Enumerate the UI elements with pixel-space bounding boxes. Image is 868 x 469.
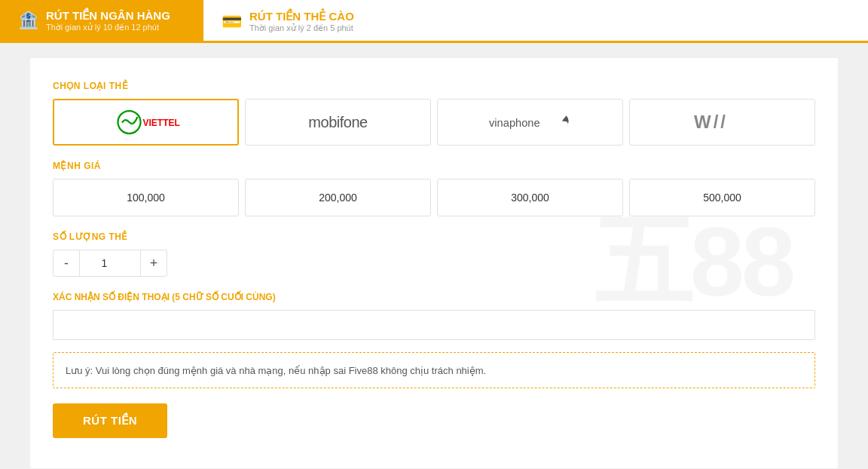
- tab-card-title: RÚT TIỀN THẺ CÀO: [249, 10, 354, 23]
- denom-100000[interactable]: 100,000: [53, 179, 239, 216]
- vinaphone-logo: vinaphone: [489, 110, 572, 134]
- card-type-vietnamobile[interactable]: W//: [629, 99, 815, 146]
- card-type-label: CHỌN LOẠI THẺ: [53, 81, 815, 91]
- svg-text:VIETTEL: VIETTEL: [142, 118, 179, 128]
- quantity-minus[interactable]: -: [53, 250, 80, 277]
- quantity-plus[interactable]: +: [140, 250, 167, 277]
- denomination-grid: 100,000 200,000 300,000 500,000: [53, 179, 815, 216]
- tab-bank[interactable]: 🏦 RÚT TIỀN NGÂN HÀNG Thời gian xử lý 10 …: [0, 0, 203, 41]
- tab-card-text: RÚT TIỀN THẺ CÀO Thời gian xử lý 2 đến 5…: [249, 10, 354, 33]
- card-icon: 💳: [222, 12, 242, 32]
- denom-200000[interactable]: 200,000: [245, 179, 431, 216]
- viettel-logo: VIETTEL: [112, 109, 180, 136]
- denom-300000[interactable]: 300,000: [437, 179, 623, 216]
- quantity-section: SỐ LƯỢNG THẺ - +: [53, 231, 815, 277]
- denom-500000[interactable]: 500,000: [629, 179, 815, 216]
- vietnamobile-logo: W//: [692, 110, 753, 134]
- card-type-vinaphone[interactable]: vinaphone: [437, 99, 623, 146]
- tab-card-subtitle: Thời gian xử lý 2 đến 5 phút: [249, 23, 354, 33]
- tab-bank-text: RÚT TIỀN NGÂN HÀNG Thời gian xử lý 10 đế…: [46, 9, 170, 32]
- svg-text:vinaphone: vinaphone: [489, 117, 540, 129]
- tab-bank-title: RÚT TIỀN NGÂN HÀNG: [46, 9, 170, 23]
- tab-bank-subtitle: Thời gian xử lý 10 đến 12 phút: [46, 23, 170, 32]
- svg-text:W//: W//: [694, 112, 728, 132]
- tab-card[interactable]: 💳 RÚT TIỀN THẺ CÀO Thời gian xử lý 2 đến…: [203, 0, 372, 41]
- phone-label: XÁC NHẬN SỐ ĐIỆN THOẠI (5 CHỮ SỐ CUỐI CÙ…: [53, 292, 815, 302]
- submit-button[interactable]: RÚT TIỀN: [53, 403, 167, 438]
- quantity-label: SỐ LƯỢNG THẺ: [53, 231, 815, 242]
- phone-section: XÁC NHẬN SỐ ĐIỆN THOẠI (5 CHỮ SỐ CUỐI CÙ…: [53, 292, 815, 340]
- card-type-selector: VIETTEL mobifone vinaphone W//: [53, 99, 815, 146]
- card-type-viettel[interactable]: VIETTEL: [53, 99, 239, 146]
- quantity-control: - +: [53, 250, 173, 277]
- phone-input[interactable]: [53, 310, 815, 340]
- notice-box: Lưu ý: Vui lòng chọn đúng mệnh giá và nh…: [53, 352, 815, 388]
- mobifone-label: mobifone: [308, 114, 367, 131]
- main-content: 五88 CHỌN LOẠI THẺ VIETTEL mobifone vinap…: [30, 58, 838, 468]
- card-type-mobifone[interactable]: mobifone: [245, 99, 431, 146]
- tab-header: 🏦 RÚT TIỀN NGÂN HÀNG Thời gian xử lý 10 …: [0, 0, 868, 43]
- bank-icon: 🏦: [18, 11, 38, 30]
- notice-text: Lưu ý: Vui lòng chọn đúng mệnh giá và nh…: [66, 365, 486, 376]
- quantity-input[interactable]: [80, 250, 140, 277]
- denomination-label: MỆNH GIÁ: [53, 161, 815, 171]
